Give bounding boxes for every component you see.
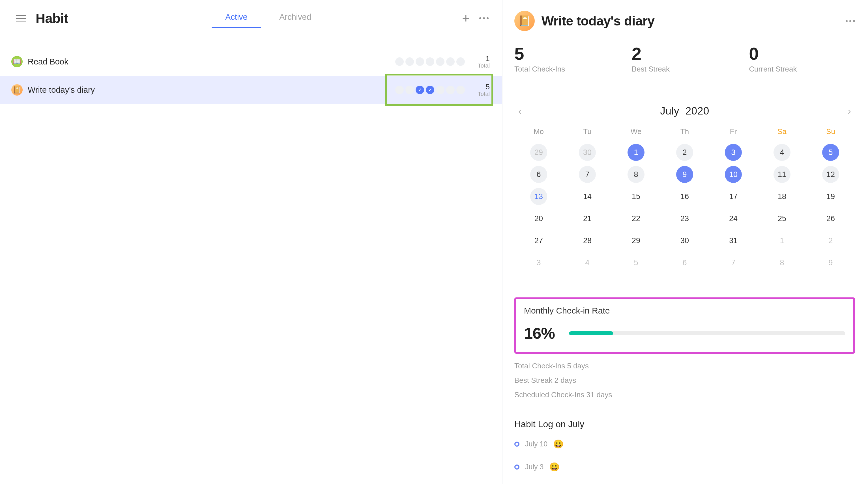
calendar-dow: We: [631, 127, 642, 139]
calendar-day[interactable]: 16: [676, 188, 693, 205]
rate-row: 16%: [524, 324, 845, 342]
habit-count: 1 Total: [473, 54, 490, 69]
habit-detail-panel: 📔 Write today's diary 5 Total Check-Ins2…: [502, 0, 868, 484]
calendar-day[interactable]: 2: [676, 144, 693, 161]
mini-stat-line: Best Streak 2 days: [514, 376, 855, 385]
habit-detail-icon: 📔: [514, 11, 535, 31]
calendar-day[interactable]: 24: [725, 210, 742, 227]
calendar-day[interactable]: 29: [530, 144, 547, 161]
calendar-day[interactable]: 29: [627, 232, 645, 249]
calendar-day[interactable]: 9: [822, 254, 839, 271]
calendar-day[interactable]: 22: [627, 210, 645, 227]
prev-month-button[interactable]: ‹: [516, 104, 524, 118]
calendar-day[interactable]: 8: [774, 254, 790, 271]
day-dot[interactable]: [446, 86, 455, 94]
log-entry[interactable]: July 3 😀: [514, 462, 855, 472]
more-icon[interactable]: [479, 17, 489, 19]
calendar-day[interactable]: 4: [579, 254, 596, 271]
stat-col: 5 Total Check-Ins: [514, 43, 620, 73]
log-title: Habit Log on July: [514, 419, 855, 429]
habit-icon: 📖: [11, 56, 23, 67]
calendar-day[interactable]: 19: [822, 188, 839, 205]
day-dot[interactable]: [456, 86, 465, 94]
day-dot[interactable]: [456, 57, 465, 66]
habit-icon: 📔: [11, 84, 23, 96]
day-dot[interactable]: [395, 57, 404, 66]
calendar-day[interactable]: 9: [676, 166, 693, 183]
calendar-day[interactable]: 1: [774, 232, 790, 249]
day-dot[interactable]: [446, 57, 455, 66]
calendar-day[interactable]: 30: [579, 144, 596, 161]
rate-bar: [569, 331, 845, 335]
calendar-day[interactable]: 26: [822, 210, 839, 227]
stat-col: 0 Current Streak: [749, 43, 855, 73]
day-dot[interactable]: [436, 57, 444, 66]
calendar-day[interactable]: 4: [774, 144, 790, 161]
calendar-day[interactable]: 12: [822, 166, 839, 183]
header-actions: +: [462, 11, 489, 25]
day-dot[interactable]: [426, 57, 434, 66]
calendar-day[interactable]: 6: [676, 254, 693, 271]
calendar-dow: Fr: [730, 127, 737, 139]
calendar-dow: Mo: [534, 127, 544, 139]
calendar-day[interactable]: 2: [822, 232, 839, 249]
stat-value: 0: [749, 43, 855, 64]
calendar-day[interactable]: 5: [822, 144, 839, 161]
left-header: Habit Active Archived +: [0, 0, 502, 36]
calendar-day[interactable]: 18: [774, 188, 790, 205]
calendar-day[interactable]: 14: [579, 188, 596, 205]
habit-row[interactable]: 📖 Read Book 1 Total: [0, 47, 502, 76]
calendar-day[interactable]: 25: [774, 210, 790, 227]
habit-count: 5 Total: [473, 83, 490, 97]
calendar-day[interactable]: 8: [627, 166, 645, 183]
calendar-day[interactable]: 5: [627, 254, 645, 271]
calendar-title: July 2020: [660, 105, 709, 117]
calendar-day[interactable]: 3: [725, 144, 742, 161]
day-dot[interactable]: [436, 86, 444, 94]
calendar-dow: Su: [826, 127, 835, 139]
menu-icon[interactable]: [16, 13, 26, 23]
tab-archived[interactable]: Archived: [266, 8, 325, 28]
calendar-day[interactable]: 27: [530, 232, 547, 249]
next-month-button[interactable]: ›: [845, 104, 854, 118]
habit-row[interactable]: 📔 Write today's diary 5 Total: [0, 76, 502, 104]
tab-active[interactable]: Active: [212, 8, 261, 28]
habit-detail-title: Write today's diary: [541, 13, 654, 29]
add-habit-button[interactable]: +: [462, 11, 470, 25]
calendar-day[interactable]: 6: [530, 166, 547, 183]
mini-stat-line: Total Check-Ins 5 days: [514, 362, 855, 370]
habit-name: Write today's diary: [28, 85, 95, 95]
habit-name: Read Book: [28, 57, 68, 66]
day-dot[interactable]: [405, 86, 414, 94]
calendar-day[interactable]: 13: [530, 188, 547, 205]
calendar-day[interactable]: 20: [530, 210, 547, 227]
stat-value: 2: [632, 43, 738, 64]
log-emoji-icon: 😀: [553, 439, 564, 449]
log-entry[interactable]: July 10 😀: [514, 439, 855, 449]
calendar-day[interactable]: 15: [627, 188, 645, 205]
calendar-day[interactable]: 10: [725, 166, 742, 183]
calendar-day[interactable]: 11: [774, 166, 790, 183]
calendar: ‹ July 2020 › MoTuWeThFrSaSu293012345678…: [514, 104, 855, 288]
stat-label: Current Streak: [749, 65, 855, 73]
day-dot[interactable]: [395, 86, 404, 94]
calendar-day[interactable]: 28: [579, 232, 596, 249]
detail-more-icon[interactable]: [846, 20, 855, 22]
calendar-day[interactable]: 21: [579, 210, 596, 227]
calendar-day[interactable]: 31: [725, 232, 742, 249]
habit-log-section: Habit Log on July July 10 😀 July 3 😀: [514, 419, 855, 472]
calendar-day[interactable]: 23: [676, 210, 693, 227]
page-title: Habit: [36, 10, 68, 26]
calendar-day[interactable]: 7: [725, 254, 742, 271]
day-dot[interactable]: [415, 57, 424, 66]
day-dot[interactable]: [426, 86, 434, 94]
day-dot[interactable]: [405, 57, 414, 66]
log-dot-icon: [514, 464, 520, 470]
calendar-day[interactable]: 1: [627, 144, 645, 161]
day-dot[interactable]: [415, 86, 424, 94]
calendar-day[interactable]: 17: [725, 188, 742, 205]
rate-percent: 16%: [524, 324, 555, 342]
calendar-day[interactable]: 30: [676, 232, 693, 249]
calendar-day[interactable]: 7: [579, 166, 596, 183]
calendar-day[interactable]: 3: [530, 254, 547, 271]
